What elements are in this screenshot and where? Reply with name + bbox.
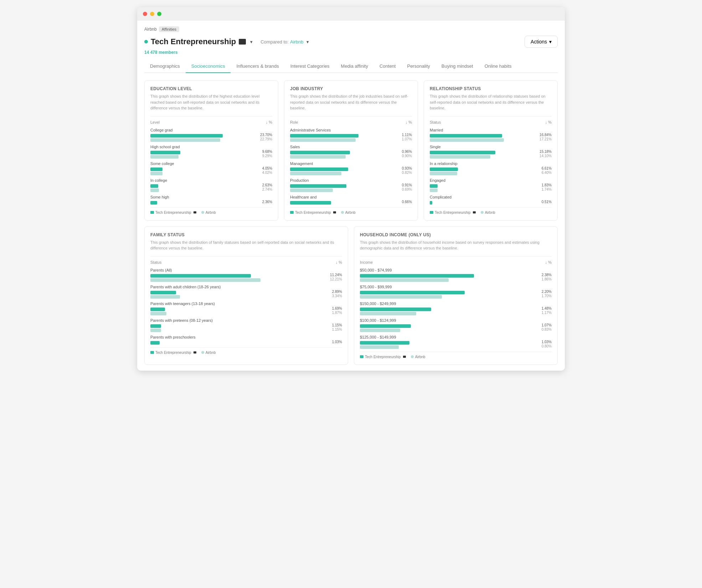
bar-teal — [290, 184, 346, 188]
bar-value-1: 2.63% — [262, 183, 272, 187]
bar-teal — [360, 308, 431, 311]
bar-row: Sales0.96%0.90% — [290, 145, 412, 158]
title-area: Tech Entrepreneurship ▾ Compared to: Air… — [144, 37, 310, 46]
charts-row-1: Education level This graph shows the dis… — [144, 80, 558, 221]
bar-light — [290, 138, 356, 142]
tab-socioeconomics[interactable]: Socioeconomics — [186, 60, 231, 73]
bar-value-1: 15.18% — [540, 150, 552, 154]
main-window: Airbnb Affinities Tech Entrepreneurship … — [137, 7, 565, 371]
bar-teal — [150, 324, 161, 328]
bar-label: Single — [430, 145, 552, 149]
bar-teal — [290, 167, 348, 171]
bar-teal — [430, 151, 495, 154]
bar-value-2: 1.86% — [542, 277, 552, 281]
bar-value-2: 0.82% — [402, 171, 412, 175]
bar-value-1: 2.38% — [542, 273, 552, 277]
bar-teal — [360, 291, 465, 294]
bar-value-2: 3.34% — [332, 294, 342, 298]
bar-teal — [150, 134, 223, 138]
bar-value-1: 9.68% — [262, 150, 272, 154]
chevron-down-icon: ▾ — [549, 39, 552, 45]
tab-personality[interactable]: Personality — [401, 60, 435, 73]
bar-label: Administrative Services — [290, 128, 412, 132]
income-bars: $50,000 - $74,9992.38%1.86%$75,000 - $99… — [360, 268, 552, 348]
bar-label: In college — [150, 178, 272, 182]
compared-dropdown[interactable]: ▾ — [305, 38, 310, 45]
bar-label: Parents with adult children (18-26 years… — [150, 285, 342, 289]
title-dropdown[interactable]: ▾ — [249, 38, 254, 45]
bar-row: Complicated0.51% — [430, 195, 552, 204]
bar-value-2: 1.74% — [542, 187, 552, 191]
bar-light — [150, 295, 180, 299]
bar-label: Complicated — [430, 195, 552, 199]
bar-row: Parents (All)11.24%12.21% — [150, 268, 342, 281]
bar-teal — [150, 151, 180, 154]
bar-label: Some high — [150, 195, 272, 199]
breadcrumb-tag: Affinities — [159, 26, 179, 32]
bar-teal — [430, 201, 432, 205]
bar-row: $75,000 - $99,9992.20%1.70% — [360, 285, 552, 298]
bar-row: $150,000 - $249,9991.48%1.17% — [360, 301, 552, 315]
bar-light — [430, 189, 438, 192]
bar-light — [360, 278, 449, 282]
bar-light — [360, 329, 400, 332]
job-title: Job industry — [290, 86, 412, 91]
maximize-button[interactable] — [157, 12, 161, 16]
relationship-col1: Status — [430, 120, 441, 124]
tab-content[interactable]: Content — [374, 60, 402, 73]
bar-value-2: 0.80% — [542, 344, 552, 348]
bar-light — [150, 138, 220, 142]
bar-teal — [150, 308, 165, 311]
bar-light — [150, 312, 166, 315]
bar-row: In college2.63%2.74% — [150, 178, 272, 191]
job-desc: This graph shows the distribution of the… — [290, 93, 412, 111]
bar-value-2: 0.90% — [402, 154, 412, 158]
bar-row: Parents with preteens (08-12 years)1.15%… — [150, 318, 342, 331]
education-col2: ↓ % — [266, 120, 272, 124]
bar-row: Parents with teenagers (13-18 years)1.69… — [150, 301, 342, 315]
bar-label: College grad — [150, 128, 272, 132]
bar-row: $125,000 - $149,9991.03%0.80% — [360, 335, 552, 348]
bar-label: $50,000 - $74,999 — [360, 268, 552, 272]
bar-value-1: 11.24% — [330, 273, 342, 277]
tab-online[interactable]: Online habits — [479, 60, 517, 73]
bar-value-1: 4.05% — [262, 166, 272, 170]
bar-row: Management0.93%0.82% — [290, 161, 412, 175]
close-button[interactable] — [143, 12, 147, 16]
bar-light — [150, 155, 179, 159]
bar-value-2: 1.87% — [332, 311, 342, 315]
bar-value-1: 1.03% — [542, 340, 552, 344]
page-title: Tech Entrepreneurship — [151, 37, 236, 46]
bar-teal — [150, 274, 251, 278]
tab-influencers[interactable]: Influencers & brands — [231, 60, 284, 73]
tab-bar: DemographicsSocioeconomicsInfluencers & … — [144, 60, 558, 73]
family-title: Family status — [150, 232, 342, 237]
tab-demographics[interactable]: Demographics — [144, 60, 186, 73]
tab-media[interactable]: Media affinity — [335, 60, 374, 73]
job-chart: Job industry This graph shows the distri… — [284, 80, 418, 221]
breadcrumb-app[interactable]: Airbnb — [144, 27, 157, 32]
bar-row: In a relationship6.61%6.40% — [430, 161, 552, 175]
bar-value-1: 23.70% — [260, 133, 272, 137]
bar-row: Parents with preschoolers1.03% — [150, 335, 342, 344]
bar-label: $100,000 - $124,999 — [360, 318, 552, 323]
bar-row: High school grad9.68%9.29% — [150, 145, 272, 158]
tab-buying[interactable]: Buying mindset — [436, 60, 479, 73]
bar-value-1: 1.69% — [332, 306, 342, 310]
minimize-button[interactable] — [150, 12, 154, 16]
bar-label: Parents with preschoolers — [150, 335, 342, 339]
bar-value-1: 0.66% — [402, 200, 412, 204]
relationship-legend: Tech Entrepreneurship Airbnb — [430, 207, 552, 215]
bar-value-2: 0.83% — [542, 327, 552, 331]
bar-teal — [430, 167, 458, 171]
actions-button[interactable]: Actions ▾ — [525, 36, 558, 48]
bar-value-1: 1.48% — [542, 306, 552, 310]
compared-link[interactable]: Airbnb — [290, 39, 304, 45]
family-col1: Status — [150, 260, 161, 264]
job-col1: Role — [290, 120, 298, 124]
income-title: Household income (only US) — [360, 232, 552, 237]
bar-value-1: 0.93% — [402, 166, 412, 170]
bar-teal — [360, 274, 474, 278]
tab-interest[interactable]: Interest Categories — [285, 60, 335, 73]
bar-light — [360, 295, 442, 299]
